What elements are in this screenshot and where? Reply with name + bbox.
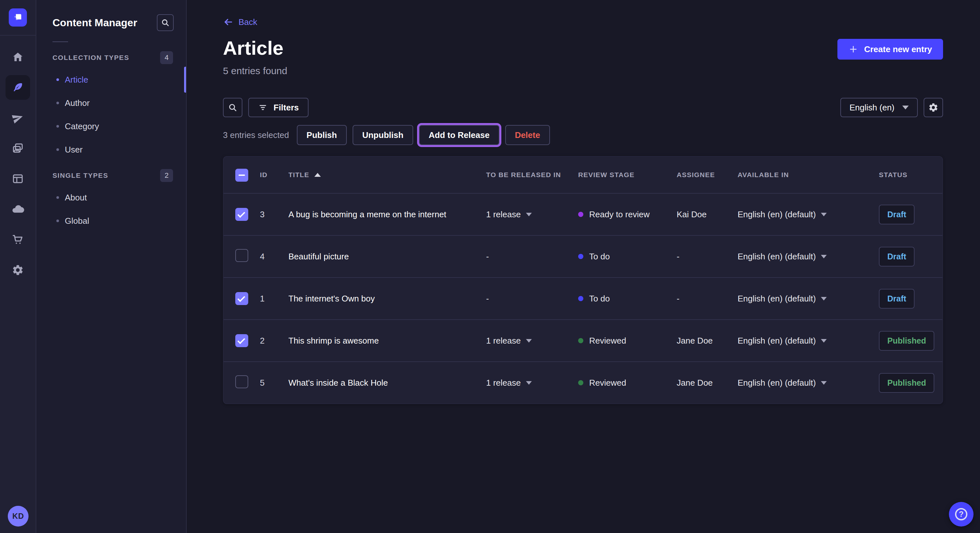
column-header-release[interactable]: TO BE RELEASED IN bbox=[486, 171, 578, 179]
view-settings-button[interactable] bbox=[924, 98, 943, 117]
row-locale-dropdown[interactable]: English (en) (default) bbox=[738, 294, 879, 304]
subnav-section-label: COLLECTION TYPES bbox=[52, 54, 129, 62]
unpublish-button[interactable]: Unpublish bbox=[353, 125, 413, 145]
app-root: KD Content Manager COLLECTION TYPES4Arti… bbox=[0, 0, 980, 533]
row-release-dropdown[interactable]: - bbox=[486, 294, 578, 304]
column-header-available-in[interactable]: AVAILABLE IN bbox=[738, 171, 879, 179]
row-checkbox[interactable] bbox=[235, 249, 248, 262]
status-badge: Draft bbox=[879, 247, 915, 266]
publish-button[interactable]: Publish bbox=[297, 125, 347, 145]
cloud-icon bbox=[11, 203, 24, 216]
row-release-dropdown[interactable]: 1 release bbox=[486, 378, 578, 388]
row-checkbox[interactable] bbox=[235, 334, 248, 347]
subnav-section: COLLECTION TYPES4ArticleAuthorCategoryUs… bbox=[36, 51, 186, 161]
review-stage-dot bbox=[578, 254, 583, 259]
rail-item-deploy[interactable] bbox=[5, 197, 30, 222]
row-title: This shrimp is awesome bbox=[288, 336, 486, 346]
rail-item-marketplace[interactable] bbox=[5, 227, 30, 252]
row-release-dropdown[interactable]: 1 release bbox=[486, 209, 578, 219]
subnav-count-badge: 2 bbox=[160, 169, 173, 182]
rail-item-releases[interactable] bbox=[5, 106, 30, 130]
strapi-logo[interactable] bbox=[9, 8, 27, 27]
review-stage-label: Reviewed bbox=[589, 378, 626, 388]
column-header-title-label: TITLE bbox=[288, 171, 309, 179]
subnav-item-global[interactable]: Global bbox=[36, 209, 186, 233]
column-header-title[interactable]: TITLE bbox=[288, 171, 486, 179]
subnav-section: SINGLE TYPES2AboutGlobal bbox=[36, 169, 186, 233]
row-release-dropdown[interactable]: - bbox=[486, 252, 578, 262]
chevron-down-icon bbox=[902, 106, 909, 109]
table-row[interactable]: 3 A bug is becoming a meme on the intern… bbox=[224, 193, 942, 235]
subnav-item-article[interactable]: Article bbox=[36, 68, 186, 91]
row-locale-dropdown[interactable]: English (en) (default) bbox=[738, 378, 879, 388]
rail-item-content-manager[interactable] bbox=[5, 75, 30, 100]
sort-ascending-icon bbox=[314, 173, 321, 177]
column-header-assignee[interactable]: ASSIGNEE bbox=[677, 171, 738, 179]
locale-select[interactable]: English (en) bbox=[840, 98, 918, 117]
row-checkbox[interactable] bbox=[235, 208, 248, 221]
question-mark-icon: ? bbox=[955, 508, 967, 520]
row-release-value: 1 release bbox=[486, 336, 521, 346]
send-icon bbox=[12, 112, 24, 124]
create-new-entry-label: Create new entry bbox=[864, 44, 932, 54]
subnav-item-label: User bbox=[65, 145, 83, 155]
row-locale-dropdown[interactable]: English (en) (default) bbox=[738, 252, 879, 262]
delete-button[interactable]: Delete bbox=[505, 125, 550, 145]
cart-icon bbox=[12, 233, 24, 246]
row-id: 3 bbox=[260, 209, 288, 219]
status-badge: Draft bbox=[879, 289, 915, 309]
row-title: What's inside a Black Hole bbox=[288, 378, 486, 388]
row-checkbox[interactable] bbox=[235, 375, 248, 388]
review-stage-label: To do bbox=[589, 294, 610, 304]
row-checkbox[interactable] bbox=[235, 292, 248, 305]
gear-icon bbox=[928, 102, 939, 113]
subnav-item-category[interactable]: Category bbox=[36, 115, 186, 138]
rail-item-settings[interactable] bbox=[5, 258, 30, 282]
review-stage-dot bbox=[578, 338, 583, 343]
subnav-item-about[interactable]: About bbox=[36, 186, 186, 209]
row-locale-value: English (en) (default) bbox=[738, 294, 816, 304]
filters-button[interactable]: Filters bbox=[248, 98, 309, 117]
create-new-entry-button[interactable]: Create new entry bbox=[837, 39, 943, 60]
row-id: 2 bbox=[260, 336, 288, 346]
filter-icon bbox=[258, 103, 268, 113]
add-to-release-button[interactable]: Add to Release bbox=[419, 125, 500, 145]
subnav-sections: COLLECTION TYPES4ArticleAuthorCategoryUs… bbox=[36, 51, 186, 233]
table-row[interactable]: 4 Beautiful picture - To do - English (e… bbox=[224, 235, 942, 277]
row-release-dropdown[interactable]: 1 release bbox=[486, 336, 578, 346]
main-content: Back Article 5 entries found Create new … bbox=[187, 0, 980, 533]
column-header-id[interactable]: ID bbox=[260, 171, 288, 179]
subnav-divider bbox=[52, 41, 68, 42]
subnav-search-button[interactable] bbox=[157, 14, 174, 31]
subnav-item-author[interactable]: Author bbox=[36, 91, 186, 115]
back-link[interactable]: Back bbox=[223, 17, 257, 27]
table-row[interactable]: 5 What's inside a Black Hole 1 release R… bbox=[224, 362, 942, 403]
table-row[interactable]: 1 The internet's Own boy - To do - Engli… bbox=[224, 277, 942, 319]
subnav-title: Content Manager bbox=[52, 17, 137, 29]
chevron-down-icon bbox=[821, 255, 827, 259]
rail-item-home[interactable] bbox=[5, 45, 30, 69]
search-button[interactable] bbox=[223, 98, 242, 117]
row-locale-dropdown[interactable]: English (en) (default) bbox=[738, 336, 879, 346]
table-header-row: ID TITLE TO BE RELEASED IN REVIEW STAGE … bbox=[224, 157, 942, 193]
chevron-down-icon bbox=[526, 339, 532, 343]
rail-item-content-type-builder[interactable] bbox=[5, 167, 30, 191]
gear-icon bbox=[12, 264, 24, 276]
column-header-status[interactable]: STATUS bbox=[879, 171, 942, 179]
review-stage-dot bbox=[578, 296, 583, 301]
column-header-review-stage[interactable]: REVIEW STAGE bbox=[578, 171, 677, 179]
row-locale-dropdown[interactable]: English (en) (default) bbox=[738, 209, 879, 219]
row-release-value: - bbox=[486, 252, 489, 262]
row-id: 5 bbox=[260, 378, 288, 388]
subnav-item-user[interactable]: User bbox=[36, 138, 186, 161]
select-all-checkbox[interactable] bbox=[235, 169, 248, 182]
table-row[interactable]: 2 This shrimp is awesome 1 release Revie… bbox=[224, 319, 942, 362]
rail-item-media-library[interactable] bbox=[5, 136, 30, 160]
subnav-item-label: Author bbox=[65, 98, 90, 108]
user-avatar[interactable]: KD bbox=[8, 506, 29, 527]
row-title: A bug is becoming a meme on the internet bbox=[288, 209, 486, 219]
chevron-down-icon bbox=[526, 213, 532, 216]
layout-icon bbox=[12, 173, 24, 185]
main-nav-rail: KD bbox=[0, 0, 36, 533]
help-button[interactable]: ? bbox=[949, 502, 974, 527]
